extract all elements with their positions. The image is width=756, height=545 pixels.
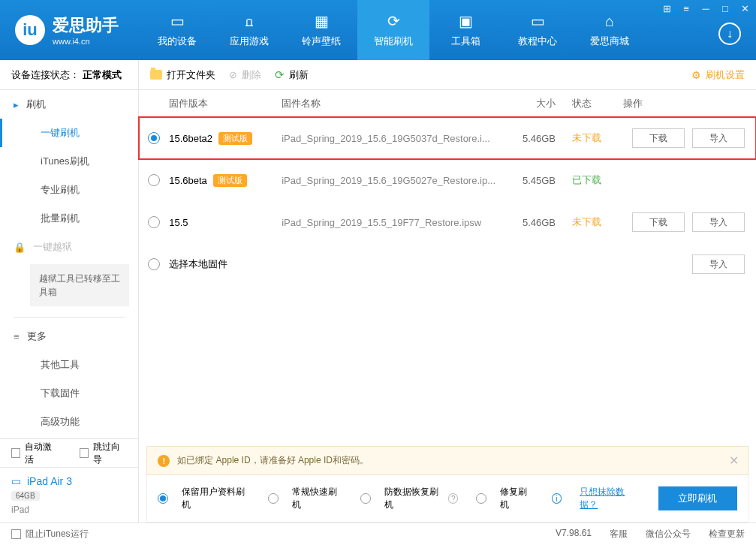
auto-activate-checkbox[interactable] bbox=[11, 448, 20, 458]
version-text: 选择本地固件 bbox=[169, 257, 227, 271]
toolbox-icon: ▣ bbox=[456, 12, 474, 30]
gear-icon: ⚙ bbox=[691, 69, 701, 81]
lock-icon: 🔒 bbox=[14, 242, 26, 253]
sidebar-itunes-flash[interactable]: iTunes刷机 bbox=[0, 147, 138, 176]
row-radio[interactable] bbox=[148, 132, 160, 144]
download-button[interactable]: 下载 bbox=[632, 212, 685, 232]
firmware-row[interactable]: 15.5iPad_Spring_2019_15.5_19F77_Restore.… bbox=[139, 201, 756, 243]
grid-icon[interactable]: ⊞ bbox=[660, 3, 673, 14]
refresh-button[interactable]: ⟳刷新 bbox=[275, 68, 309, 82]
minimize-icon[interactable]: ─ bbox=[699, 3, 712, 14]
row-radio[interactable] bbox=[148, 216, 160, 228]
delete-icon: ⊘ bbox=[229, 69, 237, 80]
opt-keep-data[interactable]: 保留用户资料刷机 bbox=[158, 486, 249, 511]
firmware-name: iPad_Spring_2019_15.6_19G5027e_Restore.i… bbox=[282, 175, 495, 186]
maximize-icon[interactable]: □ bbox=[718, 3, 732, 14]
download-button[interactable]: 下载 bbox=[632, 128, 685, 148]
firmware-size: 5.46GB bbox=[495, 217, 556, 228]
import-button[interactable]: 导入 bbox=[692, 212, 745, 232]
nav-toolbox[interactable]: ▣工具箱 bbox=[429, 0, 501, 60]
import-button[interactable]: 导入 bbox=[692, 128, 745, 148]
nav-store[interactable]: ⌂爱思商城 bbox=[574, 0, 646, 60]
close-icon[interactable]: ✕ bbox=[738, 3, 751, 14]
menu-icon[interactable]: ≡ bbox=[679, 3, 693, 14]
sidebar-other-tools[interactable]: 其他工具 bbox=[0, 351, 138, 379]
col-version: 固件版本 bbox=[169, 97, 282, 110]
nav-tutorials[interactable]: ▭教程中心 bbox=[501, 0, 574, 60]
toolbar: 打开文件夹 ⊘删除 ⟳刷新 ⚙刷机设置 bbox=[139, 60, 756, 90]
window-controls: ⊞ ≡ ─ □ ✕ bbox=[660, 3, 751, 14]
firmware-size: 5.46GB bbox=[495, 133, 556, 144]
table-header: 固件版本 固件名称 大小 状态 操作 bbox=[139, 90, 756, 117]
refresh-icon: ⟳ bbox=[275, 68, 285, 82]
sidebar-more-header[interactable]: ≡ 更多 bbox=[0, 322, 138, 351]
block-itunes-checkbox[interactable] bbox=[11, 529, 21, 539]
device-status: 设备连接状态： 正常模式 bbox=[0, 60, 138, 90]
sidebar-advanced[interactable]: 高级功能 bbox=[0, 408, 138, 436]
app-url: www.i4.cn bbox=[53, 37, 119, 46]
sidebar-download-firmware[interactable]: 下载固件 bbox=[0, 379, 138, 408]
help-icon[interactable]: ? bbox=[448, 493, 458, 504]
skip-guide-checkbox[interactable] bbox=[80, 448, 89, 458]
book-icon: ▭ bbox=[529, 12, 547, 30]
app-name: 爱思助手 bbox=[53, 14, 119, 37]
opt-normal[interactable]: 常规快速刷机 bbox=[268, 486, 343, 511]
sidebar-flash-header[interactable]: ▸ 刷机 bbox=[0, 90, 138, 119]
beta-tag: 测试版 bbox=[218, 132, 252, 145]
firmware-status: 已下载 bbox=[556, 173, 623, 187]
nav-ringtones[interactable]: ▦铃声壁纸 bbox=[285, 0, 357, 60]
music-icon: ▦ bbox=[312, 12, 330, 30]
sidebar-batch-flash[interactable]: 批量刷机 bbox=[0, 204, 138, 233]
firmware-row[interactable]: 15.6beta测试版iPad_Spring_2019_15.6_19G5027… bbox=[139, 159, 756, 201]
firmware-name: iPad_Spring_2019_15.6_19G5037d_Restore.i… bbox=[282, 133, 495, 144]
warning-icon: ! bbox=[158, 455, 170, 467]
open-folder-button[interactable]: 打开文件夹 bbox=[150, 68, 215, 82]
sidebar: 设备连接状态： 正常模式 ▸ 刷机 一键刷机 iTunes刷机 专业刷机 批量刷… bbox=[0, 60, 139, 522]
version-text: 15.6beta2 bbox=[169, 133, 212, 144]
nav-tabs: ▭我的设备 ⩍应用游戏 ▦铃声壁纸 ⟳智能刷机 ▣工具箱 ▭教程中心 ⌂爱思商城 bbox=[141, 0, 646, 60]
flash-options: 保留用户资料刷机 常规快速刷机 防数据恢复刷机? 修复刷机 i 只想抹除数据？ … bbox=[146, 475, 748, 522]
content: 打开文件夹 ⊘删除 ⟳刷新 ⚙刷机设置 固件版本 固件名称 大小 状态 操作 1… bbox=[139, 60, 756, 522]
jailbreak-note: 越狱工具已转移至工具箱 bbox=[30, 264, 129, 306]
info-icon[interactable]: i bbox=[552, 493, 562, 504]
opt-repair[interactable]: 修复刷机 bbox=[476, 486, 534, 511]
nav-apps[interactable]: ⩍应用游戏 bbox=[213, 0, 285, 60]
col-name: 固件名称 bbox=[282, 97, 495, 110]
import-button[interactable]: 导入 bbox=[692, 254, 745, 274]
firmware-row[interactable]: 选择本地固件导入 bbox=[139, 243, 756, 285]
nav-my-device[interactable]: ▭我的设备 bbox=[141, 0, 213, 60]
auto-activate-row: 自动激活 跳过向导 bbox=[0, 438, 138, 467]
sb-wechat[interactable]: 微信公众号 bbox=[646, 528, 691, 540]
firmware-status: 未下载 bbox=[556, 215, 623, 229]
firmware-size: 5.45GB bbox=[495, 175, 556, 186]
download-button[interactable]: ↓ bbox=[718, 23, 741, 45]
opt-antirecovery[interactable]: 防数据恢复刷机? bbox=[360, 486, 458, 511]
block-itunes[interactable]: 阻止iTunes运行 bbox=[11, 528, 89, 540]
version-label: V7.98.61 bbox=[556, 528, 592, 540]
version-text: 15.5 bbox=[169, 217, 188, 228]
logo-icon: iu bbox=[15, 15, 45, 45]
nav-flash[interactable]: ⟳智能刷机 bbox=[357, 0, 429, 60]
alert-close-button[interactable]: ✕ bbox=[729, 453, 739, 468]
divider bbox=[14, 317, 125, 318]
sidebar-pro-flash[interactable]: 专业刷机 bbox=[0, 176, 138, 204]
flash-settings-button[interactable]: ⚙刷机设置 bbox=[691, 68, 745, 82]
cart-icon: ⌂ bbox=[601, 12, 619, 30]
device-icon: ▭ bbox=[168, 12, 186, 30]
version-text: 15.6beta bbox=[169, 175, 207, 186]
sb-update[interactable]: 检查更新 bbox=[709, 528, 745, 540]
flash-icon: ▸ bbox=[14, 99, 19, 110]
sidebar-one-click-flash[interactable]: 一键刷机 bbox=[0, 119, 138, 147]
row-radio[interactable] bbox=[148, 174, 160, 186]
statusbar: 阻止iTunes运行 V7.98.61 客服 微信公众号 检查更新 bbox=[0, 522, 756, 545]
firmware-row[interactable]: 15.6beta2测试版iPad_Spring_2019_15.6_19G503… bbox=[139, 117, 756, 159]
ipad-icon: ▭ bbox=[11, 475, 21, 487]
col-status: 状态 bbox=[556, 97, 623, 110]
erase-link[interactable]: 只想抹除数据？ bbox=[580, 486, 640, 511]
delete-button[interactable]: ⊘删除 bbox=[229, 68, 261, 82]
row-radio[interactable] bbox=[148, 258, 160, 270]
sb-support[interactable]: 客服 bbox=[610, 528, 628, 540]
folder-icon bbox=[150, 70, 162, 80]
device-name[interactable]: ▭ iPad Air 3 bbox=[11, 475, 127, 487]
flash-now-button[interactable]: 立即刷机 bbox=[658, 486, 737, 510]
